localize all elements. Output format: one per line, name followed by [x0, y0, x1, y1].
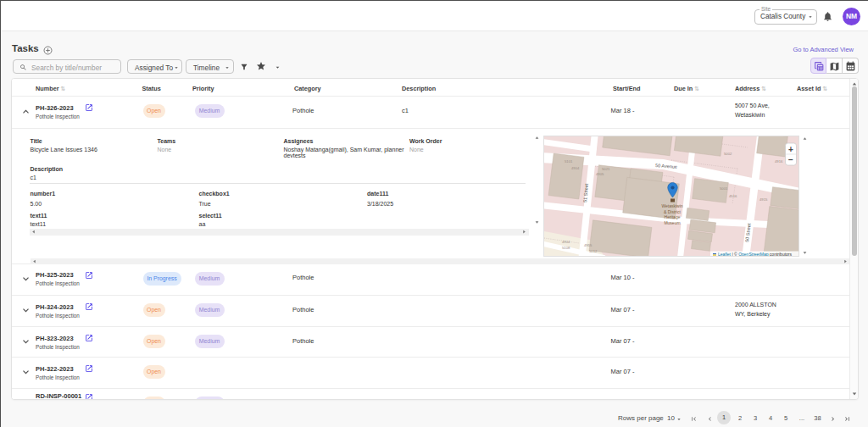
- svg-text:Wetaskiwin: Wetaskiwin: [661, 203, 682, 208]
- svg-text:−: −: [788, 155, 793, 164]
- svg-text:5002: 5002: [724, 152, 732, 156]
- svg-text:Heritage: Heritage: [665, 214, 681, 219]
- svg-text:Leaflet | © OpenStreetMap cont: Leaflet | © OpenStreetMap contributors: [718, 252, 792, 257]
- svg-text:4915: 4915: [760, 197, 768, 202]
- svg-text:4516: 4516: [729, 194, 737, 198]
- svg-text:5012: 5012: [589, 249, 598, 253]
- svg-text:4916: 4916: [775, 159, 783, 164]
- svg-text:4904: 4904: [571, 166, 580, 170]
- svg-text:5021: 5021: [602, 167, 610, 171]
- svg-text:4905: 4905: [584, 243, 593, 247]
- svg-text:+: +: [788, 145, 793, 154]
- svg-text:4905: 4905: [596, 172, 604, 176]
- svg-text:5101: 5101: [565, 159, 573, 164]
- svg-text:Museum: Museum: [664, 220, 680, 225]
- svg-text:5001: 5001: [720, 186, 728, 191]
- svg-text:& District: & District: [664, 209, 682, 214]
- svg-text:4904: 4904: [562, 240, 570, 244]
- svg-text:5108: 5108: [562, 246, 570, 250]
